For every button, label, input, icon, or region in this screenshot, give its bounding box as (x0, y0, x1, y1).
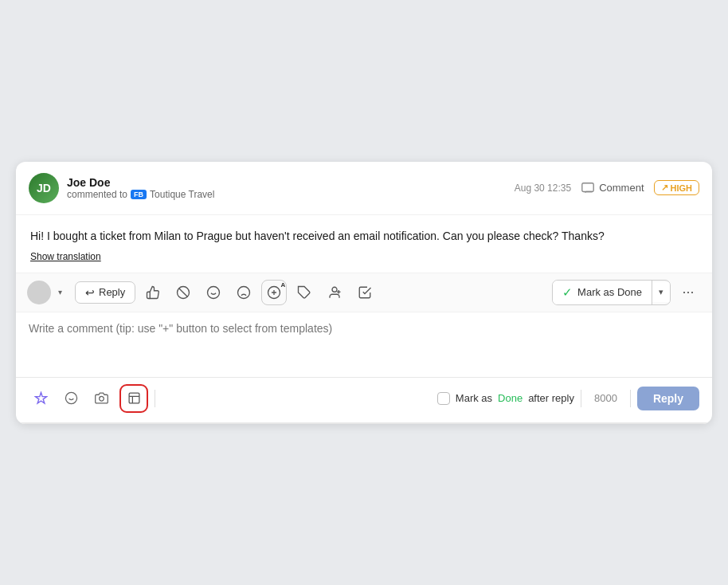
message-text: Hi! I bought a ticket from Milan to Prag… (30, 228, 698, 245)
avatar: JD (29, 173, 59, 203)
svg-rect-0 (582, 183, 593, 191)
type-label: Comment (599, 182, 644, 194)
mark-done-label: Mark as Done (577, 286, 642, 298)
mark-after-label: Mark as (456, 392, 492, 404)
header-meta: Aug 30 12:35 Comment ↗ HIGH (515, 180, 699, 195)
svg-point-14 (65, 392, 76, 403)
svg-point-3 (208, 286, 220, 298)
action-text: commented to (67, 189, 127, 200)
assign-group[interactable]: ▾ (27, 281, 67, 304)
svg-line-2 (179, 288, 188, 296)
check-circle-icon: ✓ (562, 285, 573, 300)
reply-footer: Mark as Done after reply 8000 Reply (16, 378, 712, 424)
ai-sparkle-button[interactable] (29, 387, 53, 410)
footer-divider2 (581, 390, 581, 407)
attachment-button[interactable] (89, 387, 113, 410)
tag-button[interactable] (292, 280, 317, 305)
ai-assist-button[interactable]: A (261, 280, 287, 305)
reply-textarea[interactable] (29, 322, 699, 366)
header: JD Joe Doe commented to FB Toutique Trav… (16, 162, 712, 215)
more-options-button[interactable]: ··· (675, 280, 701, 305)
toolbar: ▾ ↩ Reply A (16, 273, 712, 312)
platform-badge: FB (131, 190, 147, 199)
reply-area (16, 312, 712, 378)
template-button[interactable] (119, 384, 148, 413)
clipboard-button[interactable] (352, 280, 378, 305)
svg-point-6 (238, 286, 250, 298)
page-name: Toutique Travel (150, 189, 214, 200)
mark-done-arrow-button[interactable]: ▾ (652, 282, 670, 302)
reply-button[interactable]: ↩ Reply (75, 281, 135, 304)
mark-done-checkbox[interactable] (437, 392, 450, 405)
assign-chevron-icon[interactable]: ▾ (53, 285, 67, 300)
assign-user-button[interactable] (322, 280, 347, 305)
svg-point-11 (332, 287, 337, 292)
priority-badge: ↗ HIGH (654, 180, 700, 195)
send-reply-button[interactable]: Reply (637, 387, 699, 410)
svg-point-17 (99, 396, 104, 401)
reply-icon: ↩ (85, 286, 95, 299)
mark-done-after-reply: Mark as Done after reply (437, 392, 574, 405)
assign-avatar (27, 281, 51, 304)
footer-divider (155, 390, 155, 407)
thumbs-up-button[interactable] (140, 280, 166, 305)
message-body: Hi! I bought a ticket from Milan to Prag… (16, 215, 712, 273)
timestamp: Aug 30 12:35 (515, 183, 571, 194)
ignore-button[interactable] (170, 280, 196, 305)
priority-label: HIGH (671, 183, 693, 193)
show-translation-link[interactable]: Show translation (30, 251, 101, 262)
svg-rect-18 (129, 393, 139, 403)
done-text: Done (498, 392, 523, 404)
header-user-info: Joe Doe commented to FB Toutique Travel (67, 176, 515, 200)
emoji-button[interactable] (59, 387, 83, 410)
comment-type: Comment (581, 181, 644, 195)
comment-icon (581, 181, 595, 195)
user-name: Joe Doe (67, 176, 515, 189)
emoji-sad-button[interactable] (231, 280, 256, 305)
footer-divider3 (630, 390, 631, 407)
priority-icon: ↗ (661, 183, 668, 193)
after-reply-text: after reply (528, 392, 574, 404)
char-count: 8000 (594, 392, 617, 404)
mark-done-button[interactable]: ✓ Mark as Done (553, 281, 652, 304)
mark-done-split: ✓ Mark as Done ▾ (552, 280, 671, 305)
emoji-happy-button[interactable] (201, 280, 226, 305)
main-card: JD Joe Doe commented to FB Toutique Trav… (16, 162, 712, 424)
header-subline: commented to FB Toutique Travel (67, 189, 515, 200)
reply-label: Reply (99, 286, 125, 298)
